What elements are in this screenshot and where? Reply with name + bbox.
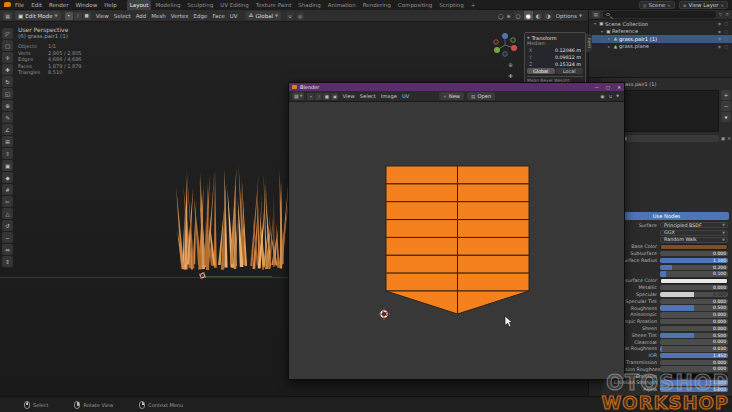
edge-select-icon[interactable]: / [74,12,82,20]
add-cube-tool-icon[interactable]: ⊞ [2,136,13,147]
property-slider[interactable]: 1.000 [660,387,728,393]
mode-dropdown[interactable]: ▣ Edit Mode ▼ [15,11,61,20]
editor-type-icon[interactable]: ▦▼ [292,92,304,100]
edge-slide-tool-icon[interactable]: ⇔ [2,244,13,255]
workspace-tab[interactable]: Texture Paint [253,0,295,10]
solid-shading-icon[interactable]: ● [524,11,533,20]
gizmos-icon[interactable]: ⊕ [506,13,510,19]
add-slot-button[interactable]: + [721,90,731,100]
workspace-tab[interactable]: Compositing [395,0,435,10]
outliner-row-reference[interactable]: ▾▣Reference◉▢ [589,28,732,36]
median-value-field[interactable]: X 0.12046 m [527,47,583,53]
space-toggle-button[interactable]: Local [556,68,584,74]
menu-item[interactable]: Window [75,2,97,8]
disable-render-icon[interactable]: ▢ [724,36,728,41]
color-swatch[interactable] [660,373,728,379]
minimize-button[interactable]: — [594,85,599,90]
median-value-field[interactable]: Z 0.15324 m [527,61,583,67]
fake-user-icon[interactable]: ▣ [721,136,725,141]
viewport-menu-item[interactable]: View [96,13,109,19]
editor-type-icon[interactable]: ▦ [3,12,12,20]
filter-icon[interactable]: ▽ [719,12,722,17]
uv-island-select-icon[interactable]: ▣ [331,93,338,100]
median-value-field[interactable]: Y 0.09812 m [527,54,583,60]
outliner-row-grass-pair1[interactable]: ▸▲grass.pair1 (1)◉▢ [589,35,732,43]
property-slider[interactable]: 0.500 [660,305,728,311]
scale-tool-icon[interactable]: ◱ [2,88,13,99]
maximize-button[interactable]: ▢ [606,85,610,90]
chevron-down-icon[interactable]: ▼ [616,94,619,98]
disable-render-icon[interactable]: ▢ [724,44,728,49]
orientation-dropdown[interactable]: ⟁ Global ▼ [246,11,282,20]
select-box-tool-icon[interactable]: ▢ [2,40,13,51]
outliner-row-scene-collection[interactable]: ▾▣Scene Collection◉▢ [589,20,732,28]
uv-menu-item[interactable]: View [342,93,354,99]
hide-viewport-eye-icon[interactable]: ◉ [718,44,722,49]
uv-menu-item[interactable]: UV [402,93,409,99]
color-swatch[interactable] [660,278,728,284]
tweak-tool-icon[interactable]: ◸ [2,28,13,39]
workspace-tab[interactable]: Animation [325,0,359,10]
workspace-tab[interactable]: Scripting [436,0,466,10]
outliner-options-icon[interactable]: ≡ [725,12,729,17]
viewport-menu-item[interactable]: Mesh [151,13,165,19]
property-slider[interactable]: 0.500 [660,333,728,339]
smooth-tool-icon[interactable]: ~ [2,232,13,243]
scene-selector[interactable]: ◎ Scene ✕ [639,1,675,9]
open-image-button[interactable]: ▤Open [467,92,495,100]
property-slider[interactable]: 0.000 [660,366,728,372]
scene-unlink-icon[interactable]: ✕ [667,3,670,8]
uv-menu-item[interactable]: Select [360,93,376,99]
proportional-edit-icon[interactable]: ◎ [296,12,304,20]
property-dropdown[interactable]: GGX▼ [660,230,728,236]
bevel-tool-icon[interactable]: ◆ [2,172,13,183]
transform-panel-header[interactable]: ▼ Transform [527,34,583,41]
property-slider[interactable]: 1.000 [660,380,728,386]
snap-magnet-icon[interactable]: ∪ [286,12,294,20]
cursor-tool-icon[interactable]: ✛ [2,52,13,63]
viewport-menu-item[interactable]: Add [136,13,147,19]
workspace-tab[interactable]: UV Editing [217,0,252,10]
view-layer-remove-icon[interactable]: ✕ [721,3,724,8]
material-shading-icon[interactable]: ◐ [534,11,543,20]
workspace-tab[interactable]: Modeling [152,0,183,10]
menu-item[interactable]: File [15,2,24,8]
uv-edge-select-icon[interactable]: / [315,93,322,100]
uv-face-select-icon[interactable]: ■ [323,93,330,100]
rendered-shading-icon[interactable]: ◑ [544,11,553,20]
annotate-tool-icon[interactable]: ✎ [2,112,13,123]
uv-vertex-select-icon[interactable]: ∙ [307,93,314,100]
close-button[interactable]: ✕ [617,85,621,90]
knife-tool-icon[interactable]: ✂ [2,196,13,207]
disable-render-icon[interactable]: ▢ [724,29,728,34]
uv-editor-canvas[interactable] [289,102,624,379]
blender-logo-icon[interactable] [4,2,11,7]
property-slider[interactable]: 1.450 [660,353,728,359]
workspace-tab[interactable]: Layout [127,0,152,10]
viewport-menu-item[interactable]: Edge [194,13,208,19]
outliner-row-grass-plane[interactable]: ▸▲grass.plane◉▢ [589,43,732,51]
space-toggle-button[interactable]: Global [527,68,555,74]
property-slider[interactable]: 0.000 [660,360,728,366]
extrude-tool-icon[interactable]: ⇧ [2,148,13,159]
hide-viewport-eye-icon[interactable]: ◉ [718,36,722,41]
wireframe-shading-icon[interactable]: ○ [514,11,523,20]
menu-item[interactable]: Help [104,2,117,8]
view-layer-selector[interactable]: ≣ View Layer ✕ [679,1,728,9]
move-tool-icon[interactable]: ✚ [2,64,13,75]
property-slider[interactable]: 0.100 [660,271,728,277]
property-slider[interactable]: 0.000 [660,326,728,332]
measure-tool-icon[interactable]: ∠ [2,124,13,135]
property-slider[interactable]: 0.000 [660,339,728,345]
property-slider[interactable]: 1.100 [660,258,728,264]
outliner-search-input[interactable] [603,11,716,18]
slot-specials-icon[interactable]: ▼ [721,112,731,122]
zoom-icon[interactable]: ⊕ [506,60,515,69]
snap-magnet-icon[interactable]: ∪ [609,93,613,99]
property-slider[interactable]: 0.000 [660,312,728,318]
unlink-material-icon[interactable]: ✕ [727,136,731,141]
poly-build-tool-icon[interactable]: △ [2,208,13,219]
pan-icon[interactable]: ✚ [506,71,515,80]
property-dropdown[interactable]: Principled BSDF▼ [660,222,728,228]
window-title-bar[interactable]: Blender — ▢ ✕ [289,83,624,91]
